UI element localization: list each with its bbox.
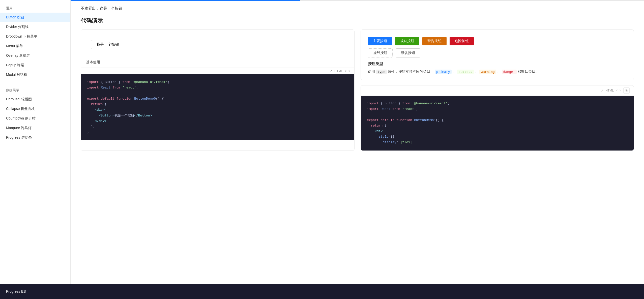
button-row-primary: 主要按钮 成功按钮 警告按钮 危险按钮 bbox=[368, 37, 627, 45]
sidebar-item-button[interactable]: Button 按钮 bbox=[0, 13, 70, 22]
type-code-warning: warning bbox=[479, 70, 496, 74]
button-success[interactable]: 成功按钮 bbox=[395, 37, 419, 45]
type-title: 按钮类型 bbox=[368, 62, 627, 66]
button-showcase: 主要按钮 成功按钮 警告按钮 危险按钮 虚线按钮 默认按钮 按钮类型 使用 ty… bbox=[361, 29, 634, 80]
type-desc-sep3: 、 bbox=[497, 70, 501, 74]
type-desc-sep2: 、 bbox=[475, 70, 478, 74]
sidebar-item-popup[interactable]: Popup 弹层 bbox=[0, 61, 70, 70]
button-danger[interactable]: 危险按钮 bbox=[450, 37, 474, 45]
sidebar-section-data: 数据展示 bbox=[0, 86, 70, 95]
demo-panel-left: 我是一个按钮 基本使用 ↗ HTML < > import { Button }… bbox=[81, 29, 355, 151]
type-desc-mid: 属性，按钮支持不同的类型： bbox=[388, 70, 434, 74]
bottom-bar-text: Progress ES bbox=[6, 289, 26, 293]
sidebar-item-countdown[interactable]: Countdown 倒计时 bbox=[0, 114, 70, 123]
sidebar-section-general: 通用 bbox=[0, 4, 70, 13]
sidebar: 通用 Button 按钮 Divider 分割线 Dropdown 下拉菜单 M… bbox=[0, 0, 71, 299]
demo-sub-title: 基本使用 bbox=[81, 57, 354, 68]
sidebar-item-overlay[interactable]: Overlay 遮罩层 bbox=[0, 51, 70, 61]
angle-right-icon[interactable]: > bbox=[348, 69, 350, 73]
right-panel: 主要按钮 成功按钮 警告按钮 危险按钮 虚线按钮 默认按钮 按钮类型 使用 ty… bbox=[361, 29, 634, 151]
code-panel-toolbar: ↗ HTML < > ⎘ bbox=[361, 85, 634, 96]
external-link-icon-right[interactable]: ↗ bbox=[601, 89, 603, 92]
code-panel-right: ↗ HTML < > ⎘ import { Button } from '@ba… bbox=[361, 85, 634, 151]
type-code-type: type bbox=[376, 70, 387, 74]
type-desc: 使用 type 属性，按钮支持不同的类型： primary 、 success … bbox=[368, 69, 627, 75]
type-desc-end: 和默认类型。 bbox=[518, 70, 539, 74]
sidebar-item-divider[interactable]: Divider 分割线 bbox=[0, 22, 70, 32]
copy-button[interactable]: ⎘ bbox=[623, 87, 630, 94]
button-primary[interactable]: 主要按钮 bbox=[368, 37, 392, 45]
type-code-danger: danger bbox=[502, 70, 517, 74]
bottom-bar: Progress ES bbox=[0, 284, 644, 299]
code-block-right: import { Button } from '@banana-ui/react… bbox=[361, 96, 634, 151]
demo-columns: 我是一个按钮 基本使用 ↗ HTML < > import { Button }… bbox=[81, 29, 634, 151]
type-desc-sep1: 、 bbox=[453, 70, 456, 74]
demo-preview: 我是一个按钮 bbox=[81, 30, 354, 57]
intro-text: 不难看出，这是一个按钮 bbox=[81, 1, 634, 13]
button-default[interactable]: 默认按钮 bbox=[396, 48, 420, 57]
sidebar-item-menu[interactable]: Menu 菜单 bbox=[0, 41, 70, 51]
type-section: 按钮类型 使用 type 属性，按钮支持不同的类型： primary 、 suc… bbox=[368, 62, 627, 75]
angle-left-icon-right[interactable]: < bbox=[616, 89, 618, 92]
sidebar-divider bbox=[6, 83, 64, 83]
sidebar-item-marquee[interactable]: Marquee 跑马灯 bbox=[0, 123, 70, 133]
type-code-success: success bbox=[457, 70, 474, 74]
content-area: 不难看出，这是一个按钮 代码演示 我是一个按钮 基本使用 ↗ HTML < > bbox=[71, 1, 644, 161]
sidebar-item-progress[interactable]: Progress 进度条 bbox=[0, 133, 70, 142]
external-link-icon[interactable]: ↗ bbox=[330, 69, 332, 73]
type-code-primary: primary bbox=[435, 70, 452, 74]
html-label-right: HTML bbox=[605, 89, 614, 92]
main-content: 不难看出，这是一个按钮 代码演示 我是一个按钮 基本使用 ↗ HTML < > bbox=[71, 0, 644, 299]
button-dashed[interactable]: 虚线按钮 bbox=[368, 48, 393, 57]
html-label-left: HTML bbox=[334, 69, 343, 73]
section-title: 代码演示 bbox=[81, 17, 634, 24]
sidebar-item-modal[interactable]: Modal 对话框 bbox=[0, 70, 70, 80]
button-warning[interactable]: 警告按钮 bbox=[422, 37, 447, 45]
sidebar-item-dropdown[interactable]: Dropdown 下拉菜单 bbox=[0, 32, 70, 41]
angle-left-icon[interactable]: < bbox=[345, 69, 346, 73]
sidebar-item-collapse[interactable]: Collapse 折叠面板 bbox=[0, 104, 70, 114]
button-row-secondary: 虚线按钮 默认按钮 bbox=[368, 48, 627, 57]
code-block-left: import { Button } from '@banana-ui/react… bbox=[81, 74, 354, 140]
type-desc-start: 使用 bbox=[368, 70, 375, 74]
demo-preview-inner: 我是一个按钮 bbox=[91, 40, 344, 49]
sidebar-item-carousel[interactable]: Carousel 轮播图 bbox=[0, 95, 70, 104]
basic-demo-button[interactable]: 我是一个按钮 bbox=[91, 40, 124, 49]
angle-right-icon-right[interactable]: > bbox=[620, 89, 621, 92]
code-toolbar-left: ↗ HTML < > bbox=[81, 68, 354, 74]
